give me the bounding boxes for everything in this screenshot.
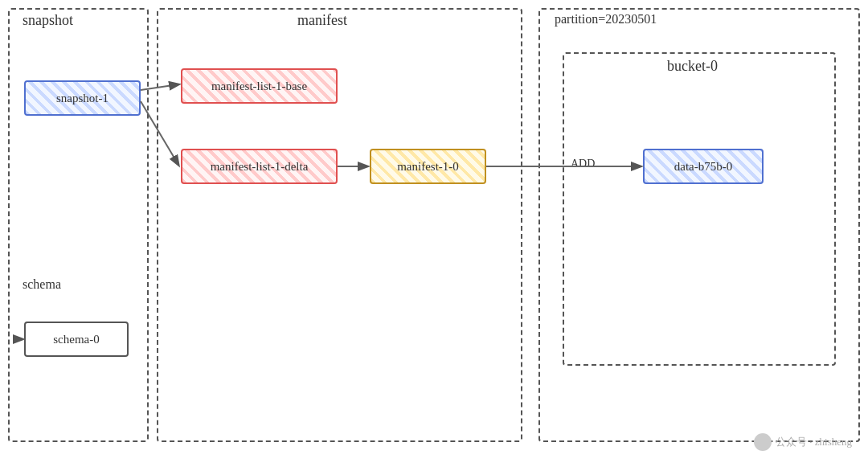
schema-section-label: schema: [23, 277, 61, 292]
snapshot1-node: snapshot-1: [24, 80, 141, 116]
schema0-node: schema-0: [24, 322, 129, 357]
snapshot-section-label: snapshot: [23, 12, 73, 29]
manifest10-node: manifest-1-0: [370, 149, 486, 184]
snapshot-section: [8, 8, 149, 442]
diagram-container: snapshot schema manifest partition=20230…: [0, 0, 868, 467]
bucket-box: [563, 52, 836, 366]
bucket-label: bucket-0: [667, 58, 718, 75]
watermark: 公众号 · zhisheng: [754, 433, 852, 451]
manifest-list-delta-node: manifest-list-1-delta: [181, 149, 338, 184]
manifest-section-label: manifest: [297, 12, 347, 29]
data-file-node: data-b75b-0: [643, 149, 764, 184]
watermark-icon: [754, 433, 772, 451]
add-label: ADD: [571, 158, 595, 170]
manifest-list-base-node: manifest-list-1-base: [181, 68, 338, 104]
partition-section-label: partition=20230501: [555, 12, 657, 27]
